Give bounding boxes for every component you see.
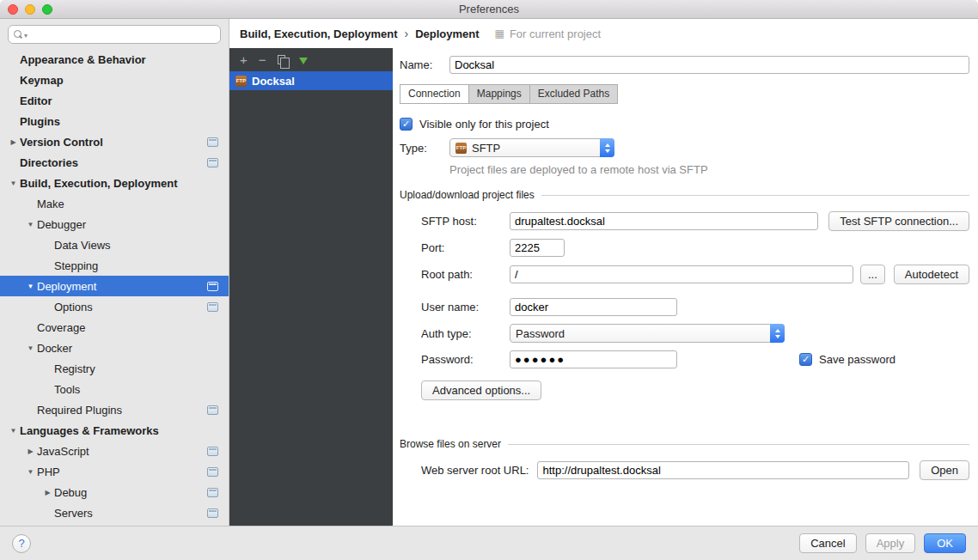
chevron-down-icon[interactable]: ▼ bbox=[24, 468, 37, 476]
add-icon[interactable]: + bbox=[240, 53, 248, 66]
port-input[interactable] bbox=[510, 239, 565, 257]
open-button[interactable]: Open bbox=[920, 460, 969, 480]
traffic-lights bbox=[8, 4, 52, 15]
sidebar-item-make[interactable]: Make bbox=[0, 193, 229, 214]
project-grid-icon: ▦ bbox=[495, 27, 504, 40]
user-name-input[interactable] bbox=[510, 298, 677, 316]
save-password-checkbox[interactable]: ✓ bbox=[799, 353, 812, 366]
tab-excluded-paths[interactable]: Excluded Paths bbox=[529, 84, 618, 104]
chevron-down-icon[interactable]: ▼ bbox=[7, 427, 20, 435]
type-select[interactable]: FTP SFTP bbox=[449, 138, 614, 157]
sidebar-item-label: Debugger bbox=[37, 218, 229, 231]
sidebar-item-servers[interactable]: Servers bbox=[0, 502, 229, 523]
settings-search-box[interactable]: ▾ bbox=[8, 25, 221, 44]
sftp-host-input[interactable] bbox=[510, 212, 818, 230]
sidebar-item-plugins[interactable]: Plugins bbox=[0, 111, 229, 131]
search-area: ▾ bbox=[0, 19, 229, 46]
sidebar-item-build-execution-deployment[interactable]: ▼Build, Execution, Deployment bbox=[0, 173, 229, 193]
sidebar-item-javascript[interactable]: ▶JavaScript bbox=[0, 441, 229, 461]
sidebar-item-editor[interactable]: Editor bbox=[0, 90, 229, 111]
sidebar-item-registry[interactable]: Registry bbox=[0, 358, 229, 379]
import-icon[interactable] bbox=[299, 58, 308, 64]
project-scope-icon bbox=[207, 467, 218, 477]
sidebar-item-options[interactable]: Options bbox=[0, 296, 229, 317]
sidebar-item-label: Make bbox=[37, 198, 229, 210]
server-toolbar: + − bbox=[229, 48, 393, 71]
tab-mappings[interactable]: Mappings bbox=[468, 84, 530, 104]
server-item-label: Docksal bbox=[252, 75, 295, 88]
sidebar-item-debug[interactable]: ▶Debug bbox=[0, 482, 229, 502]
sidebar-item-tools[interactable]: Tools bbox=[0, 379, 229, 399]
upload-section-title: Upload/download project files bbox=[400, 189, 535, 201]
minimize-window-button[interactable] bbox=[25, 4, 35, 15]
chevron-right-icon[interactable]: ▶ bbox=[41, 489, 54, 496]
auth-type-label: Auth type: bbox=[421, 327, 503, 340]
advanced-options-button[interactable]: Advanced options... bbox=[421, 380, 541, 400]
visible-only-checkbox[interactable]: ✓ bbox=[400, 118, 413, 131]
preferences-window: Preferences ▾ Appearance & BehaviorKeyma… bbox=[0, 0, 978, 560]
search-icon bbox=[14, 29, 23, 40]
sidebar-item-coverage[interactable]: Coverage bbox=[0, 317, 229, 338]
remove-icon[interactable]: − bbox=[259, 53, 266, 66]
sidebar-item-appearance-behavior[interactable]: Appearance & Behavior bbox=[0, 49, 229, 70]
password-input[interactable] bbox=[510, 350, 677, 368]
sidebar-item-stepping[interactable]: Stepping bbox=[0, 255, 229, 276]
zoom-window-button[interactable] bbox=[42, 4, 52, 15]
chevron-down-icon[interactable]: ▼ bbox=[24, 344, 37, 352]
sidebar-item-label: Stepping bbox=[54, 259, 229, 272]
root-path-input[interactable] bbox=[510, 265, 853, 283]
settings-tree: Appearance & BehaviorKeymapEditorPlugins… bbox=[0, 46, 229, 526]
sidebar-item-languages-frameworks[interactable]: ▼Languages & Frameworks bbox=[0, 420, 229, 441]
name-input[interactable] bbox=[449, 56, 969, 74]
chevron-down-icon[interactable]: ▼ bbox=[24, 221, 37, 228]
chevron-right-icon[interactable]: ▶ bbox=[7, 138, 20, 146]
copy-icon[interactable] bbox=[278, 55, 285, 64]
sidebar-item-directories[interactable]: Directories bbox=[0, 152, 229, 173]
upload-section-header: Upload/download project files bbox=[400, 189, 969, 201]
chevron-down-icon[interactable]: ▼ bbox=[7, 180, 20, 187]
breadcrumb-parent[interactable]: Build, Execution, Deployment bbox=[240, 27, 397, 40]
sidebar-item-label: Tools bbox=[54, 383, 229, 396]
tab-connection[interactable]: Connection bbox=[400, 84, 469, 104]
cancel-button[interactable]: Cancel bbox=[799, 533, 856, 553]
chevron-down-icon[interactable]: ▼ bbox=[24, 283, 37, 290]
settings-sidebar: ▾ Appearance & BehaviorKeymapEditorPlugi… bbox=[0, 19, 229, 526]
scope-indicator: ▦ For current project bbox=[495, 27, 602, 40]
test-connection-button[interactable]: Test SFTP connection... bbox=[828, 211, 969, 231]
chevron-right-icon[interactable]: ▶ bbox=[24, 447, 37, 455]
auth-type-select[interactable]: Password bbox=[510, 324, 785, 343]
sidebar-item-php[interactable]: ▼PHP bbox=[0, 461, 229, 482]
sidebar-item-label: Debug bbox=[54, 486, 207, 499]
search-input[interactable] bbox=[31, 28, 215, 41]
sidebar-item-label: Data Views bbox=[54, 239, 229, 252]
autodetect-button[interactable]: Autodetect bbox=[894, 265, 969, 284]
content-area: Build, Execution, Deployment › Deploymen… bbox=[229, 19, 978, 526]
sidebar-item-label: Appearance & Behavior bbox=[20, 53, 229, 66]
sftp-host-label: SFTP host: bbox=[421, 215, 503, 228]
ok-button[interactable]: OK bbox=[924, 533, 966, 553]
server-list: FTPDocksal bbox=[229, 71, 393, 526]
web-root-input[interactable] bbox=[537, 461, 909, 479]
sidebar-item-debugger[interactable]: ▼Debugger bbox=[0, 214, 229, 234]
browse-root-button[interactable]: ... bbox=[860, 265, 885, 284]
help-button[interactable]: ? bbox=[12, 534, 31, 553]
port-row: Port: bbox=[421, 239, 969, 257]
web-root-row: Web server root URL: Open bbox=[421, 460, 969, 480]
sidebar-item-label: Editor bbox=[20, 94, 229, 107]
name-row: Name: bbox=[400, 56, 969, 74]
sidebar-item-required-plugins[interactable]: Required Plugins bbox=[0, 399, 229, 420]
browse-section-header: Browse files on server bbox=[400, 438, 969, 450]
close-window-button[interactable] bbox=[8, 4, 18, 15]
breadcrumb-separator-icon: › bbox=[404, 27, 408, 40]
search-history-chevron-icon[interactable]: ▾ bbox=[24, 32, 28, 40]
breadcrumb: Build, Execution, Deployment › Deploymen… bbox=[229, 19, 978, 48]
sidebar-item-deployment[interactable]: ▼Deployment bbox=[0, 276, 229, 296]
sidebar-item-keymap[interactable]: Keymap bbox=[0, 70, 229, 90]
server-list-item[interactable]: FTPDocksal bbox=[229, 71, 393, 90]
password-row: Password: ✓ Save password bbox=[421, 350, 969, 368]
apply-button[interactable]: Apply bbox=[865, 533, 916, 553]
combo-stepper-icon bbox=[770, 324, 785, 343]
sidebar-item-data-views[interactable]: Data Views bbox=[0, 234, 229, 255]
sidebar-item-version-control[interactable]: ▶Version Control bbox=[0, 131, 229, 152]
sidebar-item-docker[interactable]: ▼Docker bbox=[0, 338, 229, 358]
